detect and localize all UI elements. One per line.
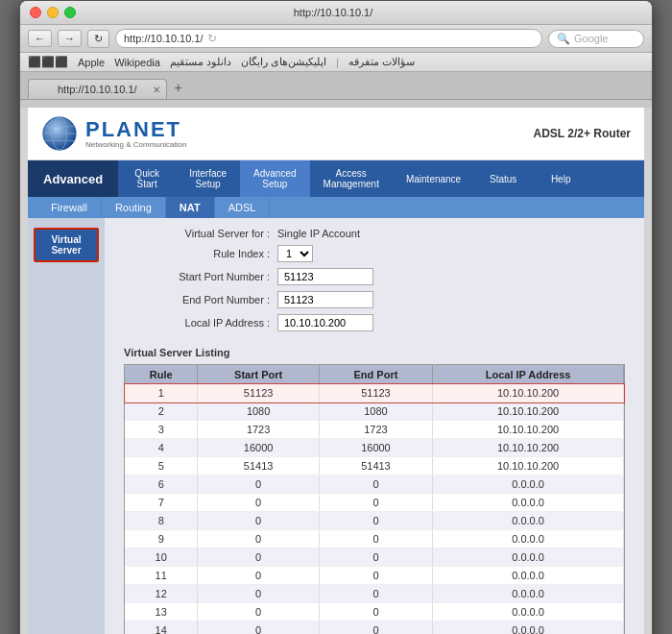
table-row[interactable]: 8 0 0 0.0.0.0 <box>125 512 624 530</box>
nav-item-advanced-setup[interactable]: AdvancedSetup <box>240 160 309 197</box>
cell-local-ip: 0.0.0.0 <box>433 494 624 512</box>
start-port-label: Start Port Number : <box>124 271 277 282</box>
bookmark-item[interactable]: ⬛⬛⬛ <box>28 56 68 68</box>
nav-item-help[interactable]: Help <box>532 160 589 197</box>
forward-button[interactable]: → <box>58 30 82 47</box>
cell-local-ip: 0.0.0.0 <box>433 530 624 549</box>
table-row[interactable]: 11 0 0 0.0.0.0 <box>125 567 624 585</box>
cell-local-ip: 0.0.0.0 <box>433 476 624 494</box>
browser-titlebar: http://10.10.10.1/ <box>20 1 652 25</box>
form-section: Virtual Server for : Single IP Account R… <box>124 228 625 331</box>
address-bar[interactable]: http://10.10.10.1/ ↻ <box>115 29 542 48</box>
sub-nav: Firewall Routing NAT ADSL <box>28 197 644 218</box>
bookmark-apps[interactable]: اپلیکیشن‌های رایگان <box>241 56 326 68</box>
cell-local-ip: 0.0.0.0 <box>433 549 624 567</box>
nav-item-access-management[interactable]: AccessManagement <box>310 160 393 197</box>
cell-rule: 3 <box>125 421 198 439</box>
tab-label: http://10.10.10.1/ <box>58 84 137 95</box>
cell-local-ip: 0.0.0.0 <box>433 603 624 622</box>
sub-nav-adsl[interactable]: ADSL <box>215 197 271 218</box>
sidebar: Virtual Server <box>28 218 105 634</box>
cell-local-ip: 10.10.10.200 <box>433 384 624 402</box>
table-row[interactable]: 2 1080 1080 10.10.10.200 <box>125 402 624 421</box>
listing-title: Virtual Server Listing <box>124 347 625 358</box>
col-start-port: Start Port <box>198 365 319 384</box>
table-row[interactable]: 12 0 0 0.0.0.0 <box>125 585 624 603</box>
cell-start-port: 16000 <box>198 439 319 457</box>
cell-end-port: 0 <box>319 622 432 635</box>
cell-start-port: 0 <box>198 622 319 635</box>
reload-button[interactable]: ↻ <box>87 30 109 48</box>
nav-item-maintenance[interactable]: Maintenance <box>393 160 474 197</box>
table-row[interactable]: 3 1723 1723 10.10.10.200 <box>125 421 624 439</box>
browser-tab[interactable]: http://10.10.10.1/ ✕ <box>28 79 167 99</box>
bookmark-download[interactable]: دانلود مستقیم <box>170 56 231 68</box>
cell-rule: 4 <box>125 439 198 457</box>
sub-nav-firewall[interactable]: Firewall <box>37 197 102 218</box>
table-row[interactable]: 13 0 0 0.0.0.0 <box>125 603 624 622</box>
table-row[interactable]: 5 51413 51413 10.10.10.200 <box>125 457 624 476</box>
cell-end-port: 0 <box>319 603 432 622</box>
cell-local-ip: 0.0.0.0 <box>433 567 624 585</box>
col-local-ip: Local IP Address <box>433 365 624 384</box>
logo-tagline: Networking & Communication <box>85 140 186 149</box>
cell-start-port: 51413 <box>198 457 319 476</box>
bookmark-questions[interactable]: سؤالات متفرقه <box>348 56 415 68</box>
cell-end-port: 51123 <box>319 384 432 402</box>
sub-nav-nat[interactable]: NAT <box>166 197 215 218</box>
cell-end-port: 16000 <box>319 439 432 457</box>
virtual-server-for-label: Virtual Server for : <box>124 228 277 239</box>
table-row[interactable]: 6 0 0 0.0.0.0 <box>125 476 624 494</box>
rule-index-select[interactable]: 123 <box>277 245 313 262</box>
cell-rule: 2 <box>125 402 198 421</box>
logo-brand: PLANET <box>85 119 186 140</box>
table-row[interactable]: 14 0 0 0.0.0.0 <box>125 622 624 635</box>
cell-rule: 10 <box>125 549 198 567</box>
search-bar[interactable]: 🔍 Google <box>548 30 644 48</box>
end-port-input[interactable] <box>277 291 373 308</box>
search-placeholder: Google <box>574 33 608 44</box>
tab-close-icon[interactable]: ✕ <box>153 85 160 95</box>
cell-local-ip: 0.0.0.0 <box>433 512 624 530</box>
cell-start-port: 0 <box>198 494 319 512</box>
cell-end-port: 51413 <box>319 457 432 476</box>
cell-end-port: 1080 <box>319 402 432 421</box>
new-tab-button[interactable]: + <box>167 76 190 99</box>
start-port-input[interactable] <box>277 268 373 285</box>
back-button[interactable]: ← <box>28 30 52 47</box>
table-row[interactable]: 1 51123 51123 10.10.10.200 <box>125 384 624 402</box>
local-ip-input[interactable] <box>277 314 373 331</box>
cell-start-port: 0 <box>198 512 319 530</box>
cell-local-ip: 10.10.10.200 <box>433 402 624 421</box>
router-model: ADSL 2/2+ Router <box>534 127 631 140</box>
table-header-row: Rule Start Port End Port Local IP Addres… <box>125 365 624 384</box>
col-rule: Rule <box>125 365 198 384</box>
cell-end-port: 0 <box>319 512 432 530</box>
cell-start-port: 0 <box>198 585 319 603</box>
table-body: 1 51123 51123 10.10.10.200 2 1080 1080 1… <box>125 384 624 634</box>
nav-item-quick-start[interactable]: QuickStart <box>118 160 176 197</box>
cell-start-port: 0 <box>198 567 319 585</box>
cell-local-ip: 10.10.10.200 <box>433 421 624 439</box>
virtual-server-table: Rule Start Port End Port Local IP Addres… <box>125 365 624 634</box>
bookmark-wikipedia[interactable]: Wikipedia <box>114 57 160 68</box>
virtual-server-button[interactable]: Virtual Server <box>34 228 99 262</box>
rule-index-row: Rule Index : 123 <box>124 245 625 262</box>
bookmark-apple[interactable]: Apple <box>78 57 105 68</box>
sub-nav-routing[interactable]: Routing <box>102 197 166 218</box>
tab-bar: http://10.10.10.1/ ✕ + <box>20 72 652 100</box>
cell-end-port: 1723 <box>319 421 432 439</box>
nav-item-interface-setup[interactable]: InterfaceSetup <box>176 160 240 197</box>
table-container: Rule Start Port End Port Local IP Addres… <box>124 364 625 634</box>
logo-globe-icon <box>41 115 78 152</box>
nav-item-advanced[interactable]: Advanced <box>28 160 118 197</box>
table-row[interactable]: 7 0 0 0.0.0.0 <box>125 494 624 512</box>
table-row[interactable]: 9 0 0 0.0.0.0 <box>125 530 624 549</box>
table-row[interactable]: 4 16000 16000 10.10.10.200 <box>125 439 624 457</box>
end-port-label: End Port Number : <box>124 294 277 305</box>
browser-title: http://10.10.10.1/ <box>24 7 642 18</box>
nav-item-status[interactable]: Status <box>474 160 532 197</box>
table-row[interactable]: 10 0 0 0.0.0.0 <box>125 549 624 567</box>
listing-section: Virtual Server Listing Rule Start Port E… <box>124 347 625 634</box>
cell-rule: 11 <box>125 567 198 585</box>
